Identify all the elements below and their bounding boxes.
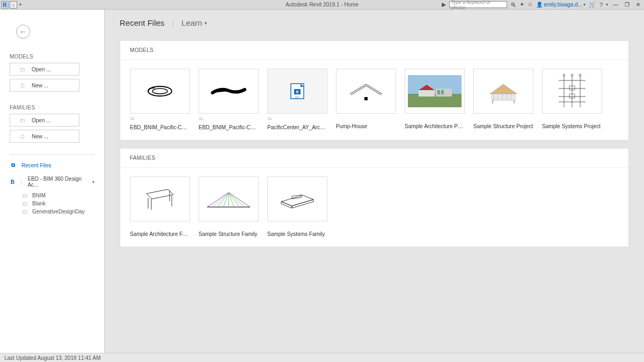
tab-recent-files[interactable]: Recent Files bbox=[120, 18, 164, 27]
learn-label: Learn bbox=[181, 18, 202, 27]
close-button[interactable]: ✕ bbox=[634, 2, 642, 8]
thumbnail bbox=[130, 69, 190, 114]
cloud-icon bbox=[130, 116, 135, 121]
svg-text:R: R bbox=[296, 90, 298, 94]
svg-point-1 bbox=[152, 88, 167, 94]
svg-marker-50 bbox=[281, 202, 292, 208]
maximize-button[interactable]: ❐ bbox=[623, 2, 631, 8]
thumbnail bbox=[542, 69, 602, 114]
folder-icon: 🗀 bbox=[21, 193, 28, 198]
family-tile[interactable]: Sample Architecture Family bbox=[130, 176, 190, 237]
model-tile[interactable]: EBD_BNIM_Pacific-Center bbox=[130, 69, 190, 130]
svg-marker-14 bbox=[490, 84, 517, 94]
panel-models-header: MODELS bbox=[120, 41, 628, 60]
thumbnail bbox=[199, 69, 259, 114]
back-button[interactable]: ← bbox=[16, 25, 30, 39]
svg-line-42 bbox=[213, 193, 229, 207]
family-tile[interactable]: Sample Systems Family bbox=[267, 176, 327, 237]
thumbnail bbox=[199, 176, 259, 221]
tree-label: BNIM bbox=[32, 193, 46, 198]
help-icon[interactable]: ? bbox=[599, 2, 603, 8]
minimize-button[interactable]: — bbox=[611, 2, 620, 8]
app-icon[interactable]: R bbox=[1, 1, 9, 9]
models-new-button[interactable]: 🗋 New ... bbox=[10, 79, 79, 92]
model-tile[interactable]: Sample Systems Project bbox=[542, 69, 602, 130]
folder-icon: 🗀 bbox=[21, 209, 28, 215]
tile-name: Sample Structure Family bbox=[199, 231, 259, 237]
tree-item[interactable]: 🗀 GenerativeDesignDay bbox=[16, 208, 94, 216]
models-tiles: EBD_BNIM_Pacific-Center EBD_BNIM_Pacific… bbox=[120, 60, 628, 140]
bim-sep: | bbox=[21, 179, 23, 185]
families-tiles: Sample Architecture Family Sample Struct… bbox=[120, 168, 628, 247]
tile-name: PacificCenter_AY_Arch_deta... bbox=[267, 124, 327, 130]
svg-rect-15 bbox=[492, 94, 515, 100]
sidebar-item-recent-files[interactable]: ⧉ Recent Files bbox=[10, 160, 94, 170]
tile-name: Pump-House bbox=[336, 123, 396, 129]
tree-label: Blank bbox=[32, 201, 46, 206]
thumbnail bbox=[336, 69, 396, 114]
tree-item[interactable]: 🗀 BNIM bbox=[16, 191, 94, 200]
tree-label: GenerativeDesignDay bbox=[32, 209, 85, 215]
status-text: Last Updated August 13, 2018 11:41 AM bbox=[4, 355, 101, 361]
models-open-button[interactable]: 🗀 Open ... bbox=[10, 63, 79, 76]
sidebar-families-label: FAMILIES bbox=[10, 105, 94, 110]
window-title: Autodesk Revit 2019.1 - Home bbox=[286, 2, 358, 8]
qat-dropdown-icon[interactable]: ▾ bbox=[18, 2, 23, 7]
chevron-down-icon: ▾ bbox=[92, 180, 94, 184]
new-label: New ... bbox=[32, 134, 48, 139]
folder-open-icon: 🗀 bbox=[20, 67, 25, 72]
titlebar: R ⌂ ▾ Autodesk Revit 2019.1 - Home ▶ Typ… bbox=[0, 0, 644, 10]
families-new-button[interactable]: 🗋 New ... bbox=[10, 130, 79, 143]
open-label: Open ... bbox=[32, 117, 51, 123]
sidebar-tree: 🗀 BNIM 🗀 Blank 🗀 GenerativeDesignDay bbox=[16, 191, 94, 216]
panel-models: MODELS EBD_BNIM_Pacific-Center bbox=[120, 40, 629, 141]
model-tile[interactable]: EBD_BNIM_Pacific-Center bbox=[199, 69, 259, 130]
new-file-icon: 🗋 bbox=[20, 134, 25, 139]
tile-name: EBD_BNIM_Pacific-Center bbox=[130, 124, 190, 130]
open-label: Open ... bbox=[32, 67, 51, 72]
sidebar-models-label: MODELS bbox=[10, 54, 94, 60]
thumbnail bbox=[267, 176, 327, 221]
sidebar-item-bim360[interactable]: B | EBD - BIM 360 Design Ac... ▾ bbox=[10, 174, 94, 189]
sidebar: ← MODELS 🗀 Open ... 🗋 New ... FAMILIES 🗀… bbox=[0, 10, 105, 353]
user-dropdown-icon: ▾ bbox=[583, 2, 586, 7]
search-icon[interactable]: 🔍︎ bbox=[510, 2, 516, 8]
thumbnail bbox=[405, 69, 465, 114]
tree-item[interactable]: 🗀 Blank bbox=[16, 200, 94, 208]
family-tile[interactable]: Sample Structure Family bbox=[199, 176, 259, 237]
folder-icon: 🗀 bbox=[21, 201, 28, 206]
tile-name: Sample Architecture Family bbox=[130, 231, 190, 237]
qat-home-icon[interactable]: ⌂ bbox=[10, 1, 17, 9]
bim360-label: EBD - BIM 360 Design Ac... bbox=[27, 176, 87, 188]
search-input[interactable]: Type a keyword or phrase bbox=[449, 1, 507, 8]
folder-open-icon: 🗀 bbox=[20, 117, 25, 123]
help-dropdown-icon[interactable]: ▾ bbox=[606, 2, 608, 7]
model-tile[interactable]: Pump-House bbox=[336, 69, 396, 130]
model-tile[interactable]: RRVT PacificCenter_AY_Arch_deta... bbox=[267, 69, 327, 130]
recent-icon: ⧉ bbox=[10, 162, 16, 168]
tile-name: Sample Systems Project bbox=[542, 123, 602, 129]
tab-learn[interactable]: Learn ▾ bbox=[181, 18, 207, 27]
svg-line-47 bbox=[229, 193, 239, 207]
star-icon[interactable]: ☆ bbox=[528, 1, 533, 8]
cloud-icon bbox=[199, 116, 204, 121]
svg-marker-51 bbox=[292, 200, 313, 208]
tile-name: EBD_BNIM_Pacific-Center bbox=[199, 124, 259, 130]
comm-icon[interactable]: ✦ bbox=[519, 1, 524, 8]
panel-families: FAMILIES Sample Architecture Family Samp… bbox=[120, 148, 629, 247]
model-tile[interactable]: Sample Structure Project bbox=[473, 69, 533, 130]
tab-separator: | bbox=[172, 18, 174, 27]
user-account[interactable]: 👤 emily.bisaga.d... ▾ bbox=[536, 2, 586, 8]
model-tile[interactable]: Sample Architecture Project bbox=[405, 69, 465, 130]
new-label: New ... bbox=[32, 83, 48, 88]
tab-bar: Recent Files | Learn ▾ bbox=[120, 18, 629, 27]
exchange-icon[interactable]: 🛒 bbox=[589, 1, 596, 8]
tile-name: Sample Architecture Project bbox=[405, 123, 465, 129]
infocenter-arrow-icon[interactable]: ▶ bbox=[442, 1, 446, 8]
families-open-button[interactable]: 🗀 Open ... bbox=[10, 114, 79, 127]
panel-families-header: FAMILIES bbox=[120, 149, 628, 168]
new-file-icon: 🗋 bbox=[20, 83, 25, 88]
svg-rect-12 bbox=[437, 90, 440, 94]
tile-name: Sample Structure Project bbox=[473, 123, 533, 129]
workarea: ← MODELS 🗀 Open ... 🗋 New ... FAMILIES 🗀… bbox=[0, 10, 644, 353]
